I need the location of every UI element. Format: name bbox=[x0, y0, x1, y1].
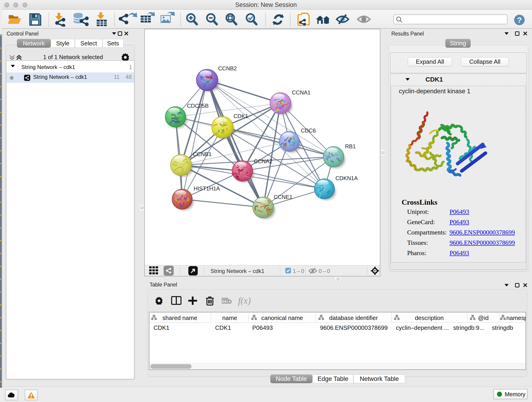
svg-text:CCNE1: CCNE1 bbox=[274, 194, 292, 200]
svg-text:CDK1: CDK1 bbox=[234, 113, 248, 119]
svg-text:CDC25B: CDC25B bbox=[187, 103, 209, 109]
svg-text:CCNA2: CCNA2 bbox=[254, 158, 272, 164]
svg-text:CDC6: CDC6 bbox=[301, 128, 316, 134]
svg-text:CDKN1A: CDKN1A bbox=[336, 175, 358, 181]
svg-text:HIST1H1A: HIST1H1A bbox=[194, 185, 220, 191]
svg-text:CCNB2: CCNB2 bbox=[218, 65, 237, 71]
svg-text:RB1: RB1 bbox=[345, 143, 356, 149]
svg-text:CCNB1: CCNB1 bbox=[193, 151, 211, 157]
svg-text:CCNA1: CCNA1 bbox=[292, 89, 310, 96]
